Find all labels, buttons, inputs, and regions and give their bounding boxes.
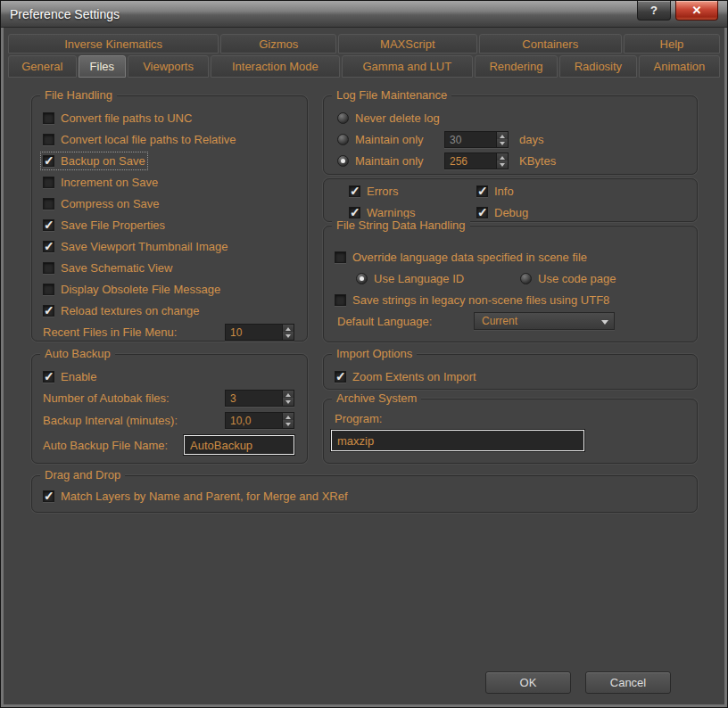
- radio-maintain-only-days[interactable]: Maintain only: [337, 133, 444, 146]
- tab-help[interactable]: Help: [624, 34, 720, 54]
- tab-label: Animation: [654, 60, 706, 73]
- checkbox-label: Backup on Save: [61, 154, 145, 168]
- spinner-down-icon[interactable]: [283, 420, 294, 428]
- spinner-down-icon[interactable]: [283, 332, 294, 340]
- ok-button[interactable]: OK: [485, 671, 571, 694]
- radio-icon: [520, 273, 532, 284]
- checkbox-label: Reload textures on change: [61, 304, 199, 317]
- checkbox-save-schematic-view[interactable]: Save Schematic View: [43, 261, 173, 275]
- archive-program-input[interactable]: [331, 430, 584, 451]
- tab-label: Gizmos: [259, 37, 298, 51]
- checkbox-save-file-properties[interactable]: Save File Properties: [43, 218, 165, 232]
- checkbox-save-viewport-thumbnail-image[interactable]: Save Viewport Thumbnail Image: [43, 240, 228, 253]
- checkbox-save-strings-utf8[interactable]: Save strings in legacy non-scene files u…: [335, 293, 609, 307]
- checkbox-icon: [43, 219, 54, 231]
- group-title: Drag and Drop: [40, 468, 125, 482]
- checkbox-label: Match Layers by Name and Parent, for Mer…: [61, 490, 348, 503]
- checkbox-icon: [43, 155, 54, 167]
- checkbox-icon: [335, 251, 346, 263]
- num-autobak-files-spinner[interactable]: 3: [225, 390, 294, 407]
- checkbox-zoom-extents-on-import[interactable]: Zoom Extents on Import: [335, 370, 476, 383]
- checkbox-label: Save Viewport Thumbnail Image: [61, 240, 228, 253]
- tab-radiosity[interactable]: Radiosity: [559, 55, 637, 78]
- checkbox-convert-local-file-paths-to-relative[interactable]: Convert local file paths to Relative: [43, 133, 236, 146]
- tab-viewports[interactable]: Viewports: [128, 55, 209, 78]
- backup-interval-spinner[interactable]: 10,0: [225, 412, 294, 429]
- checkbox-label: Enable: [61, 370, 96, 383]
- tab-label: Files: [90, 60, 114, 73]
- checkbox-display-obsolete-file-message[interactable]: Display Obsolete File Message: [43, 283, 220, 296]
- backup-interval-label: Backup Interval (minutes):: [43, 414, 178, 427]
- cancel-button[interactable]: Cancel: [585, 671, 671, 694]
- checkbox-compress-on-save[interactable]: Compress on Save: [43, 197, 160, 210]
- spinner-up-icon[interactable]: [497, 153, 508, 161]
- checkbox-icon: [335, 371, 346, 383]
- tab-label: General: [21, 60, 62, 73]
- checkbox-reload-textures-on-change[interactable]: Reload textures on change: [43, 304, 199, 317]
- checkbox-icon: [335, 294, 346, 306]
- spinner-up-icon[interactable]: [283, 413, 294, 421]
- tab-maxscript[interactable]: MAXScript: [338, 34, 476, 54]
- radio-use-language-id[interactable]: Use Language ID: [356, 272, 520, 285]
- group-auto-backup: Auto Backup Enable Number of Autobak fil…: [31, 354, 308, 464]
- checkbox-backup-on-save[interactable]: Backup on Save: [43, 154, 145, 168]
- checkbox-info[interactable]: Info: [476, 180, 655, 202]
- checkbox-label: Compress on Save: [61, 197, 160, 210]
- help-button[interactable]: ?: [637, 1, 671, 21]
- spinner-up-icon[interactable]: [283, 391, 294, 399]
- maintain-days-spinner[interactable]: 30: [444, 131, 509, 148]
- group-title: Import Options: [332, 347, 417, 360]
- tab-gamma-and-lut[interactable]: Gamma and LUT: [342, 55, 473, 78]
- radio-use-code-page[interactable]: Use code page: [520, 272, 616, 285]
- titlebar[interactable]: Preference Settings ? ✕: [1, 1, 727, 28]
- checkbox-increment-on-save[interactable]: Increment on Save: [43, 176, 158, 189]
- preference-settings-dialog: Preference Settings ? ✕ Inverse Kinemati…: [0, 0, 728, 708]
- spinner-down-icon[interactable]: [497, 161, 508, 169]
- recent-files-spinner[interactable]: 10: [225, 324, 294, 341]
- checkbox-icon: [43, 177, 54, 188]
- tab-animation[interactable]: Animation: [639, 55, 720, 78]
- spinner-value: 3: [226, 391, 282, 406]
- checkbox-match-layers[interactable]: Match Layers by Name and Parent, for Mer…: [43, 490, 348, 503]
- tab-label: Containers: [522, 37, 578, 51]
- radio-never-delete-log[interactable]: Never delete log: [337, 111, 440, 125]
- checkbox-icon: [43, 490, 54, 502]
- dropdown-value: Current: [475, 315, 598, 327]
- checkbox-enable-auto-backup[interactable]: Enable: [43, 370, 96, 383]
- auto-backup-file-name-input[interactable]: [184, 435, 294, 455]
- tab-label: Viewports: [143, 60, 194, 73]
- checkbox-errors[interactable]: Errors: [349, 180, 476, 202]
- default-language-dropdown[interactable]: Current: [474, 312, 615, 330]
- checkbox-label: Increment on Save: [61, 176, 158, 189]
- checkbox-debug[interactable]: Debug: [476, 202, 655, 223]
- checkbox-override-language-data[interactable]: Override language data specified in scen…: [335, 251, 587, 264]
- tab-files[interactable]: Files: [79, 55, 127, 78]
- checkbox-label: Debug: [494, 206, 528, 219]
- group-import-options: Import Options Zoom Extents on Import: [323, 354, 698, 390]
- maintain-kbytes-spinner[interactable]: 256: [444, 152, 509, 169]
- tab-label: Inverse Kinematics: [64, 37, 162, 51]
- tab-rendering[interactable]: Rendering: [475, 55, 558, 78]
- spinner-down-icon[interactable]: [497, 139, 508, 147]
- radio-label: Use code page: [538, 272, 616, 285]
- auto-backup-file-name-label: Auto Backup File Name:: [43, 439, 168, 452]
- checkbox-label: Info: [494, 185, 514, 198]
- radio-icon: [337, 155, 349, 167]
- close-button[interactable]: ✕: [675, 1, 718, 21]
- tab-general[interactable]: General: [8, 55, 77, 78]
- tab-gizmos[interactable]: Gizmos: [220, 34, 336, 54]
- tab-inverse-kinematics[interactable]: Inverse Kinematics: [8, 34, 219, 54]
- checkbox-icon: [349, 185, 360, 197]
- checkbox-label: Warnings: [367, 206, 415, 219]
- spinner-up-icon[interactable]: [497, 132, 508, 140]
- radio-label: Maintain only: [355, 154, 424, 168]
- tab-interaction-mode[interactable]: Interaction Mode: [211, 55, 340, 78]
- checkbox-convert-file-paths-to-unc[interactable]: Convert file paths to UNC: [43, 111, 192, 125]
- checkbox-label: Convert local file paths to Relative: [61, 133, 236, 146]
- spinner-up-icon[interactable]: [283, 325, 294, 333]
- group-drag-and-drop: Drag and Drop Match Layers by Name and P…: [31, 475, 698, 513]
- checkbox-icon: [476, 185, 488, 197]
- spinner-down-icon[interactable]: [283, 398, 294, 406]
- tab-containers[interactable]: Containers: [479, 34, 622, 54]
- radio-maintain-only-kbytes[interactable]: Maintain only: [337, 154, 444, 168]
